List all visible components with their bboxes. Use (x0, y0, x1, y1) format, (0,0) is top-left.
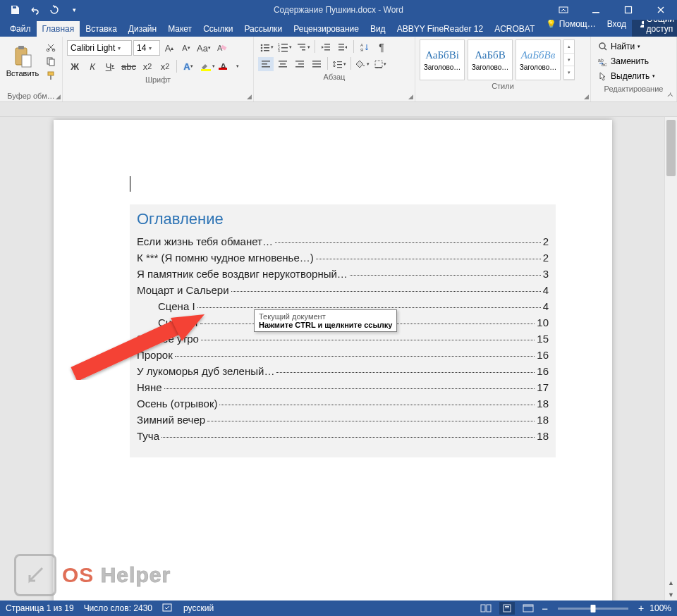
grow-font-button[interactable]: A▴ (161, 41, 177, 55)
tab-references[interactable]: Ссылки (197, 21, 238, 37)
increase-indent-button[interactable] (335, 40, 350, 54)
sort-button[interactable]: AЯ (357, 40, 372, 54)
font-color-button[interactable]: A▾ (219, 59, 240, 73)
save-button[interactable] (6, 1, 24, 18)
tab-insert[interactable]: Вставка (80, 21, 123, 37)
zoom-in-button[interactable]: + (638, 603, 644, 614)
toc-entry[interactable]: Если жизнь тебя обманет…2 (137, 235, 549, 247)
toc-entry[interactable]: Я памятник себе воздвиг нерукотворный…3 (137, 268, 549, 280)
tab-mailings[interactable]: Рассылки (238, 21, 288, 37)
svg-text:Я: Я (360, 48, 363, 52)
bullets-button[interactable]: ▾ (258, 40, 275, 54)
borders-button[interactable]: ▾ (372, 57, 388, 71)
paste-button[interactable]: Вставить (4, 38, 41, 85)
tab-acrobat[interactable]: ACROBAT (489, 21, 540, 37)
qat-customize-button[interactable]: ▾ (65, 1, 83, 18)
toc-leader-dots (164, 388, 535, 389)
status-words[interactable]: Число слов: 2430 (84, 603, 152, 613)
toc-leader-dots (276, 372, 535, 373)
show-marks-button[interactable]: ¶ (374, 40, 389, 54)
font-size-combo[interactable]: 14▾ (133, 40, 160, 56)
styles-more-button[interactable]: ▴▾▾ (563, 39, 575, 80)
zoom-slider[interactable] (558, 608, 628, 610)
toc-entry[interactable]: Осень (отрывок)18 (137, 398, 549, 409)
vertical-scrollbar[interactable]: ▲ ▼ (664, 117, 677, 600)
group-clipboard: Вставить Буфер обм… ◢ (0, 37, 63, 101)
web-layout-button[interactable] (520, 602, 536, 615)
bold-button[interactable]: Ж (67, 59, 83, 73)
scroll-down-button[interactable]: ▼ (665, 589, 677, 600)
svg-rect-62 (487, 605, 491, 612)
toc-entry-page: 18 (537, 414, 549, 426)
toc-entry[interactable]: Зимний вечер18 (137, 414, 549, 426)
strike-button[interactable]: abc (120, 59, 138, 73)
superscript-button[interactable]: x2 (157, 59, 173, 73)
style-heading2[interactable]: АаБбВЗаголово… (468, 39, 513, 80)
toc-entry[interactable]: Туча18 (137, 430, 549, 442)
styles-dialog-launcher[interactable]: ◢ (584, 93, 589, 100)
shading-button[interactable]: ▾ (354, 57, 371, 71)
tab-file[interactable]: Файл (4, 21, 37, 37)
svg-rect-52 (337, 61, 342, 62)
numbering-button[interactable]: 123▾ (276, 40, 293, 54)
redo-button[interactable] (45, 1, 63, 18)
change-case-button[interactable]: Aa▾ (195, 41, 212, 55)
underline-button[interactable]: Ч▾ (102, 59, 118, 73)
multilevel-button[interactable]: ▾ (295, 40, 312, 54)
minimize-button[interactable] (580, 0, 612, 20)
clipboard-dialog-launcher[interactable]: ◢ (56, 93, 61, 100)
justify-button[interactable] (309, 57, 324, 71)
undo-button[interactable] (25, 1, 44, 18)
italic-button[interactable]: К (85, 59, 100, 73)
scroll-thumb[interactable] (666, 120, 676, 176)
replace-button[interactable]: abacЗаменить (595, 54, 672, 68)
tab-home[interactable]: Главная (37, 21, 80, 37)
read-mode-button[interactable] (478, 602, 494, 615)
tab-view[interactable]: Вид (365, 21, 391, 37)
close-button[interactable] (645, 0, 677, 20)
text-effects-button[interactable]: A▾ (181, 59, 196, 73)
maximize-button[interactable] (612, 0, 645, 20)
align-center-button[interactable] (275, 57, 291, 71)
align-right-button[interactable] (292, 57, 307, 71)
status-proofing-icon[interactable] (162, 603, 173, 615)
toc-entry[interactable]: К *** (Я помню чудное мгновенье…)2 (137, 252, 549, 264)
status-language[interactable]: русский (183, 603, 214, 613)
svg-point-19 (261, 47, 263, 49)
tab-layout[interactable]: Макет (162, 21, 197, 37)
ruler[interactable] (0, 102, 677, 117)
paragraph-dialog-launcher[interactable]: ◢ (408, 93, 413, 100)
toc-entry-page: 16 (537, 365, 549, 377)
tab-finereader[interactable]: ABBYY FineReader 12 (391, 21, 489, 37)
style-heading3[interactable]: АаБбВвЗаголово… (516, 39, 561, 80)
clear-format-button[interactable]: A (214, 41, 229, 55)
ribbon-options-button[interactable] (547, 0, 580, 20)
font-name-combo[interactable]: Calibri Light▾ (67, 40, 132, 56)
tab-design[interactable]: Дизайн (123, 21, 162, 37)
print-layout-button[interactable] (499, 602, 515, 615)
highlight-button[interactable]: ▾ (198, 59, 216, 73)
toc-entry[interactable]: Моцарт и Сальери4 (137, 284, 549, 296)
font-dialog-launcher[interactable]: ◢ (247, 93, 252, 100)
svg-point-17 (261, 44, 263, 47)
style-heading1[interactable]: АаБбВіЗаголово… (420, 39, 465, 80)
toc-entry-text: Туча (137, 430, 159, 442)
zoom-level[interactable]: 100% (649, 603, 671, 613)
decrease-indent-button[interactable] (318, 40, 334, 54)
find-label: Найти (611, 42, 635, 51)
svg-rect-60 (163, 604, 171, 611)
shrink-font-button[interactable]: A▾ (178, 41, 194, 55)
copy-button[interactable] (44, 55, 58, 68)
tab-review[interactable]: Рецензирование (288, 21, 365, 37)
scroll-up-page-button[interactable]: ▲ (665, 577, 677, 589)
line-spacing-button[interactable]: ▾ (331, 57, 348, 71)
zoom-out-button[interactable]: − (542, 603, 548, 615)
collapse-ribbon-button[interactable]: ㅅ (666, 90, 674, 100)
select-button[interactable]: Выделить ▾ (595, 69, 672, 83)
cut-button[interactable] (44, 41, 58, 54)
subscript-button[interactable]: x2 (140, 59, 155, 73)
format-painter-button[interactable] (44, 69, 58, 82)
align-left-button[interactable] (258, 57, 274, 71)
find-button[interactable]: Найти ▾ (595, 39, 672, 54)
status-page[interactable]: Страница 1 из 19 (6, 603, 74, 613)
